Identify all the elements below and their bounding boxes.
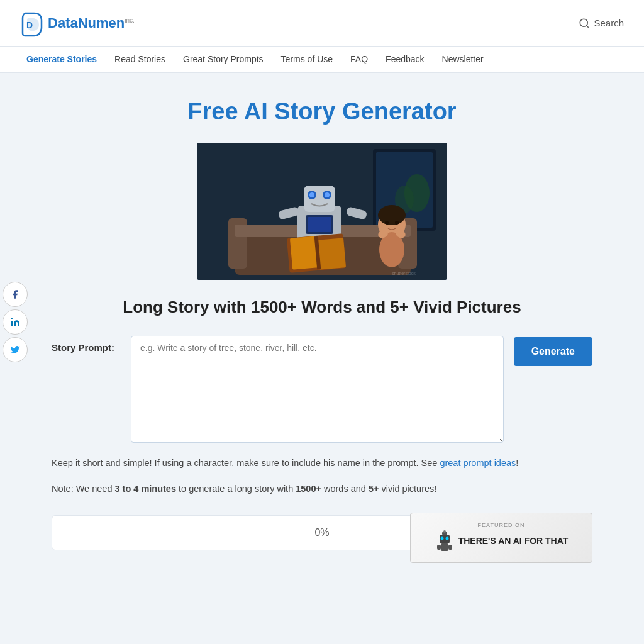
logo-icon: D (20, 9, 44, 37)
subtitle: Long Story with 1500+ Words and 5+ Vivid… (52, 297, 592, 317)
twitter-share-button[interactable] (3, 337, 28, 362)
search-icon (579, 18, 590, 29)
prompt-ideas-link[interactable]: great prompt ideas (440, 458, 516, 468)
page-title: Free AI Story Generator (52, 98, 592, 125)
svg-rect-38 (437, 545, 441, 550)
hero-image: shutterstock (197, 143, 447, 280)
svg-point-35 (440, 537, 443, 540)
svg-point-28 (378, 205, 406, 225)
search-button[interactable]: Search (579, 18, 624, 29)
site-header: D DataNumeninc. Search (0, 0, 644, 47)
nav-faq[interactable]: FAQ (344, 48, 374, 70)
note-paragraph: Note: We need 3 to 4 minutes to generate… (52, 481, 592, 497)
hint-paragraph: Keep it short and simple! If using a cha… (52, 455, 592, 471)
svg-point-30 (395, 221, 399, 225)
badge-robot-icon (435, 528, 455, 553)
svg-rect-19 (308, 217, 331, 232)
logo[interactable]: D DataNumeninc. (20, 9, 135, 37)
badge-main-text: THERE'S AN AI FOR THAT (458, 536, 569, 546)
svg-point-16 (309, 192, 314, 197)
main-content: Free AI Story Generator (39, 73, 605, 601)
svg-point-0 (11, 318, 13, 319)
nav-read-stories[interactable]: Read Stories (108, 48, 172, 70)
nav-terms-of-use[interactable]: Terms of Use (275, 48, 339, 70)
search-label: Search (594, 18, 624, 28)
story-prompt-input[interactable] (131, 336, 504, 443)
linkedin-share-button[interactable] (3, 309, 28, 335)
svg-point-36 (445, 537, 448, 540)
svg-rect-39 (448, 545, 452, 550)
main-nav: Generate Stories Read Stories Great Stor… (0, 47, 644, 73)
svg-point-41 (443, 530, 446, 533)
facebook-share-button[interactable] (3, 282, 28, 307)
svg-rect-13 (304, 186, 335, 212)
featured-on-label: FEATURED ON (435, 522, 569, 528)
featured-badge: FEATURED ON THERE'S AN AI FOR T (410, 513, 592, 563)
svg-rect-37 (441, 543, 448, 551)
form-label: Story Prompt: (52, 336, 121, 353)
svg-rect-23 (290, 236, 319, 269)
logo-text: DataNumeninc. (48, 15, 135, 31)
generate-button[interactable]: Generate (514, 337, 592, 366)
nav-feedback[interactable]: Feedback (379, 48, 430, 70)
progress-label: 0% (314, 527, 329, 538)
hero-svg: shutterstock (197, 143, 447, 280)
svg-point-17 (325, 192, 330, 197)
svg-text:shutterstock: shutterstock (392, 271, 416, 275)
nav-generate-stories[interactable]: Generate Stories (20, 48, 103, 70)
story-form: Story Prompt: Generate (52, 336, 592, 443)
svg-point-2 (580, 19, 588, 26)
nav-newsletter[interactable]: Newsletter (436, 48, 490, 70)
svg-rect-24 (317, 238, 346, 269)
badge-content: FEATURED ON THERE'S AN AI FOR T (435, 522, 569, 553)
svg-point-29 (385, 221, 389, 225)
nav-great-story-prompts[interactable]: Great Story Prompts (177, 48, 270, 70)
svg-text:D: D (26, 20, 33, 30)
social-sidebar (0, 282, 28, 362)
